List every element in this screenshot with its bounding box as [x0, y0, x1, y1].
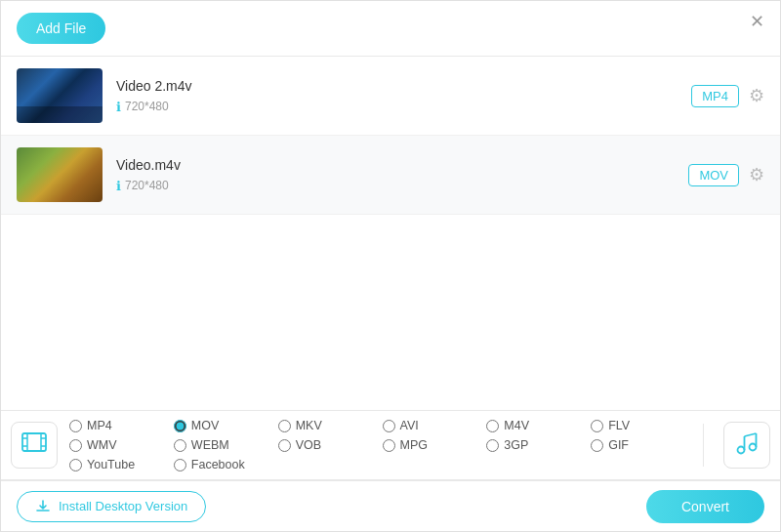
footer: Install Desktop Version Convert	[1, 480, 780, 531]
format-option-vob[interactable]: VOB	[278, 438, 383, 452]
install-desktop-button[interactable]: Install Desktop Version	[17, 491, 206, 522]
svg-line-11	[745, 433, 757, 436]
format-radio-wmv[interactable]	[69, 439, 82, 452]
info-icon-1: ℹ	[116, 100, 121, 114]
format-option-mov[interactable]: MOV	[174, 419, 278, 432]
format-option-mpg[interactable]: MPG	[383, 438, 487, 452]
music-icon	[734, 430, 760, 461]
format-option-m4v[interactable]: M4V	[486, 419, 591, 432]
file-actions-1: MP4 ⚙	[691, 85, 764, 107]
add-file-button[interactable]: Add File	[17, 13, 105, 44]
format-badge-1[interactable]: MP4	[691, 85, 739, 107]
file-info-1: Video 2.m4v ℹ 720*480	[116, 78, 691, 114]
file-item-2: Video.m4v ℹ 720*480 MOV ⚙	[1, 136, 780, 215]
format-radio-3gp[interactable]	[486, 439, 499, 452]
format-radio-avi[interactable]	[383, 420, 395, 432]
convert-button[interactable]: Convert	[646, 490, 764, 523]
format-badge-2[interactable]: MOV	[688, 164, 739, 186]
file-thumbnail-1	[17, 68, 103, 123]
file-name-1: Video 2.m4v	[116, 78, 691, 94]
format-bar-divider	[703, 424, 704, 467]
format-option-avi[interactable]: AVI	[383, 419, 487, 432]
file-meta-1: ℹ 720*480	[116, 100, 691, 114]
format-radio-vob[interactable]	[278, 439, 291, 452]
file-actions-2: MOV ⚙	[688, 164, 764, 186]
format-radio-youtube[interactable]	[69, 459, 82, 471]
file-resolution-2: 720*480	[125, 179, 169, 192]
format-bar: MP4 MOV MKV AVI M4V FLV WMV WEBM VOB MPG	[1, 410, 780, 480]
close-button[interactable]: ✕	[750, 13, 764, 30]
info-icon-2: ℹ	[116, 179, 121, 193]
svg-point-7	[738, 446, 745, 453]
file-list: Video 2.m4v ℹ 720*480 MP4 ⚙ Video.m4v ℹ …	[1, 57, 780, 215]
format-radio-mpg[interactable]	[383, 439, 395, 452]
format-option-youtube[interactable]: YouTube	[69, 458, 174, 471]
video-format-icon[interactable]	[11, 422, 58, 469]
header: Add File ✕	[1, 1, 780, 57]
format-radio-m4v[interactable]	[486, 420, 499, 432]
format-option-mkv[interactable]: MKV	[278, 419, 383, 432]
file-resolution-1: 720*480	[125, 100, 169, 113]
svg-rect-0	[22, 433, 46, 451]
format-option-gif[interactable]: GIF	[591, 438, 695, 452]
format-radio-facebook[interactable]	[174, 459, 186, 471]
format-option-wmv[interactable]: WMV	[69, 438, 174, 452]
format-option-facebook[interactable]: Facebook	[174, 458, 278, 471]
film-icon	[21, 429, 48, 462]
format-option-flv[interactable]: FLV	[591, 419, 695, 432]
download-icon	[35, 499, 51, 514]
settings-button-1[interactable]: ⚙	[749, 85, 764, 106]
audio-format-icon[interactable]	[723, 422, 770, 469]
settings-button-2[interactable]: ⚙	[749, 164, 764, 185]
format-radio-webm[interactable]	[174, 439, 186, 452]
format-option-3gp[interactable]: 3GP	[486, 438, 591, 452]
file-name-2: Video.m4v	[116, 157, 688, 173]
format-radio-mov[interactable]	[174, 420, 186, 432]
format-options: MP4 MOV MKV AVI M4V FLV WMV WEBM VOB MPG	[69, 419, 695, 471]
install-label: Install Desktop Version	[59, 499, 187, 513]
format-radio-flv[interactable]	[591, 420, 603, 432]
file-info-2: Video.m4v ℹ 720*480	[116, 157, 688, 193]
format-radio-gif[interactable]	[591, 439, 603, 452]
format-option-mp4[interactable]: MP4	[69, 419, 174, 432]
content-area	[1, 215, 780, 351]
format-radio-mp4[interactable]	[69, 420, 82, 432]
file-meta-2: ℹ 720*480	[116, 179, 688, 193]
format-radio-mkv[interactable]	[278, 420, 291, 432]
file-item-1: Video 2.m4v ℹ 720*480 MP4 ⚙	[1, 57, 780, 136]
file-thumbnail-2	[17, 147, 103, 202]
format-option-webm[interactable]: WEBM	[174, 438, 278, 452]
svg-point-8	[750, 443, 757, 450]
